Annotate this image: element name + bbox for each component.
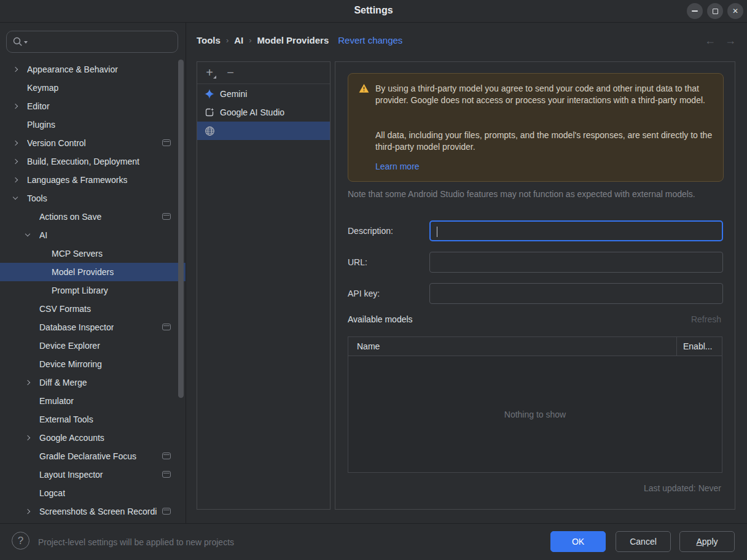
chevron-right-icon[interactable] [13, 104, 18, 109]
title-bar: Settings ✕ [0, 0, 747, 23]
warning-text-2: All data, including your files, prompts,… [375, 130, 714, 153]
sidebar-item-csv-formats[interactable]: CSV Formats [0, 300, 186, 318]
project-settings-badge-icon [162, 139, 171, 146]
provider-item-new[interactable] [197, 122, 330, 140]
project-settings-badge-icon [162, 324, 171, 330]
provider-toolbar: + − [197, 62, 330, 84]
help-icon[interactable]: ? [12, 532, 29, 550]
sidebar-item-gradle-declarative-focus[interactable]: Gradle Declarative Focus [0, 447, 186, 465]
sidebar-item-emulator[interactable]: Emulator [0, 392, 186, 410]
last-updated-text: Last updated: Never [644, 483, 721, 493]
sidebar-item-database-inspector[interactable]: Database Inspector [0, 318, 186, 336]
sidebar-item-screenshots-screen-recording[interactable]: Screenshots & Screen Recordi [0, 502, 186, 521]
back-arrow-icon[interactable]: ← [705, 34, 716, 47]
sidebar-item-model-providers[interactable]: Model Providers [0, 263, 186, 281]
close-button[interactable]: ✕ [727, 3, 743, 19]
chevron-down-icon[interactable] [13, 196, 18, 201]
chevron-down-icon[interactable] [25, 233, 31, 238]
description-input[interactable] [429, 220, 723, 241]
url-label: URL: [348, 252, 367, 273]
sidebar-item-logcat[interactable]: Logcat [0, 484, 186, 502]
revert-changes-link[interactable]: Revert changes [338, 35, 402, 45]
provider-item-google-ai-studio[interactable]: Google AI Studio [197, 103, 330, 122]
settings-tree: Appearance & Behavior Keymap Editor Plug… [0, 23, 186, 523]
dialog-footer: ? Project-level settings will be applied… [0, 523, 747, 560]
api-key-label: API key: [348, 283, 380, 304]
sidebar-item-google-accounts[interactable]: Google Accounts [0, 429, 186, 447]
sidebar-item-languages-frameworks[interactable]: Languages & Frameworks [0, 171, 186, 189]
provider-list-panel: + − Gemini Google AI Studio [197, 61, 330, 510]
sidebar-item-plugins[interactable]: Plugins [0, 115, 186, 134]
provider-settings-panel: By using a third-party model you agree t… [335, 61, 735, 510]
url-input[interactable] [429, 252, 723, 273]
gemini-icon [205, 89, 214, 99]
api-key-input[interactable] [429, 283, 723, 304]
minimize-button[interactable] [687, 3, 703, 19]
models-table: Name Enabl... Nothing to show [348, 336, 722, 473]
available-models-label: Available models [348, 314, 413, 324]
warning-icon [359, 84, 369, 93]
breadcrumb-ai[interactable]: AI [234, 35, 243, 45]
project-settings-badge-icon [162, 453, 171, 459]
column-divider[interactable] [676, 337, 677, 356]
column-enabled: Enabl... [683, 337, 712, 356]
text-caret [437, 227, 437, 237]
sidebar-divider [186, 23, 186, 523]
project-settings-badge-icon [162, 213, 171, 220]
chevron-right-icon[interactable] [25, 380, 31, 386]
globe-icon [205, 126, 215, 136]
sidebar-item-keymap[interactable]: Keymap [0, 79, 186, 97]
footer-hint-text: Project-level settings will be applied t… [38, 524, 234, 560]
models-table-header: Name Enabl... [348, 337, 722, 356]
sidebar-item-prompt-library[interactable]: Prompt Library [0, 281, 186, 300]
warning-text-1: By using a third-party model you agree t… [375, 83, 714, 106]
minimize-icon [692, 10, 698, 12]
sidebar-item-appearance-behavior[interactable]: Appearance & Behavior [0, 60, 186, 79]
breadcrumb-separator: › [226, 36, 229, 45]
sidebar-item-ai[interactable]: AI [0, 226, 186, 244]
column-name: Name [357, 337, 380, 356]
description-label: Description: [348, 220, 393, 241]
ok-button[interactable]: OK [550, 531, 606, 552]
remove-provider-button[interactable]: − [223, 66, 238, 80]
maximize-button[interactable] [707, 3, 723, 19]
chevron-right-icon[interactable] [13, 159, 18, 165]
ai-studio-icon [205, 107, 214, 117]
sidebar-item-device-mirroring[interactable]: Device Mirroring [0, 355, 186, 373]
sidebar-item-layout-inspector[interactable]: Layout Inspector [0, 465, 186, 484]
sidebar-item-mcp-servers[interactable]: MCP Servers [0, 244, 186, 263]
sidebar-item-editor[interactable]: Editor [0, 97, 186, 115]
close-icon: ✕ [732, 7, 738, 15]
project-settings-badge-icon [162, 471, 171, 478]
project-settings-badge-icon [162, 508, 171, 515]
refresh-button[interactable]: Refresh [691, 314, 721, 324]
sidebar-item-version-control[interactable]: Version Control [0, 134, 186, 152]
sidebar-item-external-tools[interactable]: External Tools [0, 410, 186, 429]
forward-arrow-icon[interactable]: → [725, 34, 736, 47]
breadcrumb-tools[interactable]: Tools [197, 35, 221, 45]
sidebar-item-diff-merge[interactable]: Diff & Merge [0, 373, 186, 392]
learn-more-link[interactable]: Learn more [375, 161, 420, 171]
chevron-right-icon[interactable] [13, 141, 18, 146]
chevron-right-icon[interactable] [25, 435, 31, 441]
breadcrumb-model-providers[interactable]: Model Providers [257, 35, 329, 45]
sidebar-item-tools[interactable]: Tools [0, 189, 186, 208]
chevron-right-icon[interactable] [25, 509, 31, 515]
empty-state-text: Nothing to show [504, 410, 566, 419]
add-provider-button[interactable]: + [202, 66, 217, 80]
breadcrumb-separator: › [249, 36, 251, 45]
chevron-right-icon[interactable] [13, 67, 18, 72]
warning-banner: By using a third-party model you agree t… [348, 73, 724, 182]
provider-item-gemini[interactable]: Gemini [197, 85, 330, 103]
sidebar-scrollbar[interactable] [178, 60, 184, 398]
models-table-body: Nothing to show [348, 356, 722, 472]
window-title: Settings [0, 5, 747, 16]
sidebar-item-actions-on-save[interactable]: Actions on Save [0, 208, 186, 226]
maximize-icon [713, 9, 718, 14]
sidebar-item-device-explorer[interactable]: Device Explorer [0, 336, 186, 355]
breadcrumb: Tools › AI › Model Providers Revert chan… [197, 33, 402, 47]
cancel-button[interactable]: Cancel [616, 531, 671, 552]
sidebar-item-build-execution-deployment[interactable]: Build, Execution, Deployment [0, 152, 186, 171]
apply-button[interactable]: Apply [679, 531, 735, 552]
chevron-right-icon[interactable] [13, 177, 18, 183]
